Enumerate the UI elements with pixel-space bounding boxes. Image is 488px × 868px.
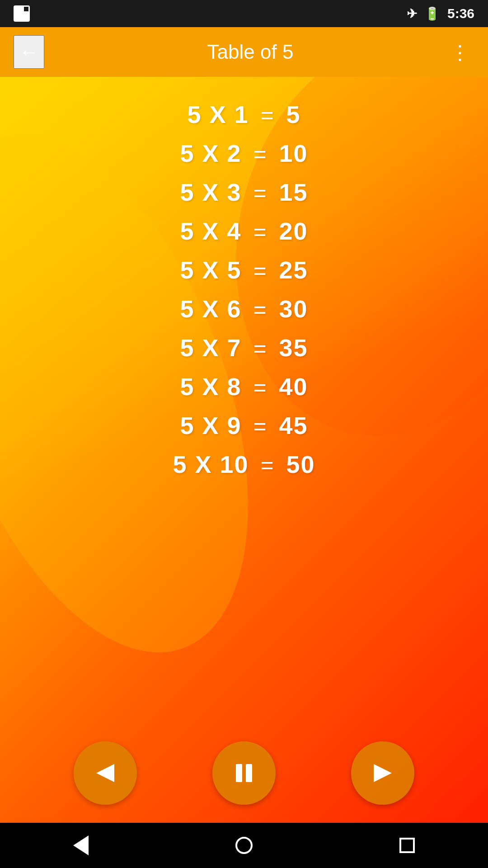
time-display: 5:36 [447,6,474,21]
bottom-controls [0,732,488,823]
next-button[interactable] [351,741,414,805]
status-bar-right: ✈ 🔋 5:36 [407,6,474,21]
equation-line: 5 X 7 = 35 [180,334,308,362]
equation-equals: = [253,103,282,128]
equation-line: 5 X 10 = 50 [173,450,315,478]
equation-result: 25 [279,256,308,283]
status-bar: ✈ 🔋 5:36 [0,0,488,27]
table-row: 5 X 4 = 20 [0,212,488,250]
equation-expression: 5 X 10 [173,451,249,478]
equation-expression: 5 X 1 [187,101,249,128]
nav-home-icon [235,837,253,854]
equation-equals: = [246,297,275,322]
equation-expression: 5 X 6 [180,295,241,322]
nav-back-button[interactable] [73,835,89,855]
equation-result: 40 [279,373,308,400]
table-row: 5 X 8 = 40 [0,367,488,406]
equation-line: 5 X 5 = 25 [180,256,308,284]
nav-recents-icon [399,838,415,853]
back-button[interactable]: ← [14,35,44,69]
status-bar-left [14,5,30,22]
equation-equals: = [246,142,275,167]
equation-line: 5 X 3 = 15 [180,178,308,206]
app-bar: ← Table of 5 ⋮ [0,27,488,77]
pause-icon [230,760,258,787]
sd-card-icon [14,5,30,22]
equation-line: 5 X 1 = 5 [187,100,300,128]
equation-equals: = [246,258,275,283]
overflow-menu-button[interactable]: ⋮ [446,36,474,68]
equation-line: 5 X 4 = 20 [180,217,308,245]
equation-expression: 5 X 5 [180,256,241,283]
next-icon [369,760,396,787]
equation-equals: = [253,453,282,478]
equation-expression: 5 X 3 [180,179,241,206]
table-row: 5 X 10 = 50 [0,445,488,484]
table-row: 5 X 3 = 15 [0,173,488,212]
equation-equals: = [246,336,275,361]
equation-result: 15 [279,179,308,206]
page-title: Table of 5 [53,41,447,63]
prev-icon [92,760,119,787]
equation-result: 20 [279,217,308,245]
equation-line: 5 X 9 = 45 [180,411,308,439]
nav-back-icon [73,835,89,855]
svg-rect-2 [246,764,252,782]
equation-result: 50 [286,451,315,478]
equation-result: 10 [279,140,308,167]
equation-result: 30 [279,295,308,322]
prev-button[interactable] [74,741,137,805]
equation-equals: = [246,180,275,206]
svg-rect-1 [236,764,242,782]
svg-marker-0 [96,764,114,782]
equation-result: 45 [279,412,308,439]
table-row: 5 X 1 = 5 [0,95,488,134]
equation-result: 35 [279,334,308,361]
equation-expression: 5 X 4 [180,217,241,245]
equation-expression: 5 X 2 [180,140,241,167]
equation-equals: = [246,414,275,439]
airplane-icon: ✈ [407,6,417,21]
nav-recents-button[interactable] [399,838,415,853]
nav-home-button[interactable] [235,837,253,854]
battery-icon: 🔋 [424,6,440,21]
table-row: 5 X 5 = 25 [0,250,488,289]
pause-button[interactable] [212,741,276,805]
equation-equals: = [246,375,275,400]
table-row: 5 X 2 = 10 [0,134,488,173]
equation-line: 5 X 2 = 10 [180,139,308,167]
equation-result: 5 [286,101,301,128]
equation-line: 5 X 8 = 40 [180,373,308,401]
equation-expression: 5 X 8 [180,373,241,400]
svg-marker-3 [374,764,392,782]
equation-expression: 5 X 7 [180,334,241,361]
table-row: 5 X 6 = 30 [0,289,488,328]
table-row: 5 X 7 = 35 [0,328,488,367]
nav-bar [0,823,488,868]
multiplication-table: 5 X 1 = 55 X 2 = 105 X 3 = 155 X 4 = 205… [0,77,488,732]
equation-equals: = [246,219,275,245]
equation-expression: 5 X 9 [180,412,241,439]
main-content: 5 X 1 = 55 X 2 = 105 X 3 = 155 X 4 = 205… [0,77,488,823]
table-row: 5 X 9 = 45 [0,406,488,445]
equation-line: 5 X 6 = 30 [180,295,308,323]
